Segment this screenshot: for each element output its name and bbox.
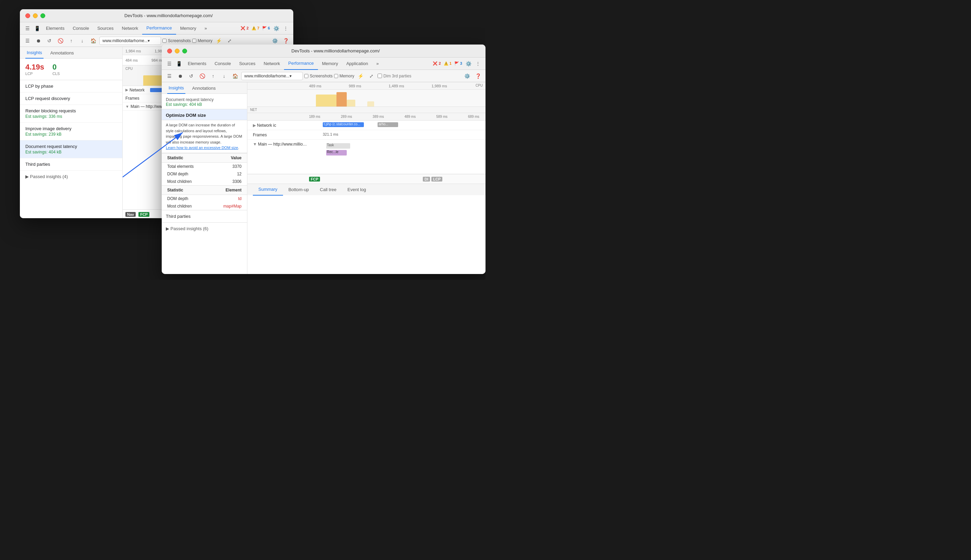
more-btn-1[interactable]: ⋮ — [281, 23, 290, 33]
clear-btn-2[interactable]: 🚫 — [197, 71, 207, 81]
bottom-up-tab-2[interactable]: Bottom-up — [283, 184, 315, 195]
tab-network-2[interactable]: Network — [260, 58, 284, 70]
url-bar-2[interactable]: www.milliondollarhome...▾ — [241, 72, 303, 80]
download-btn-1[interactable]: ↓ — [77, 36, 87, 45]
cpu-chart-2 — [247, 90, 486, 107]
task-bar: Task — [326, 143, 350, 148]
url-bar-1[interactable]: www.milliondollarhome...▾ — [99, 37, 161, 45]
tab-memory-1[interactable]: Memory — [176, 22, 200, 35]
download-btn-2[interactable]: ↓ — [219, 71, 229, 81]
sync-btn-1[interactable]: ⚡ — [214, 36, 224, 45]
minimize-button-2[interactable] — [175, 48, 180, 53]
zoom-btn-2[interactable]: ⤢ — [367, 71, 376, 81]
sync-btn-2[interactable]: ⚡ — [355, 71, 365, 81]
help-btn-2[interactable]: ❓ — [473, 71, 483, 81]
tab-elements-2[interactable]: Elements — [184, 58, 210, 70]
upload-btn-1[interactable]: ↑ — [67, 36, 76, 45]
help-btn-1[interactable]: ❓ — [281, 36, 290, 45]
clear-btn-1[interactable]: 🚫 — [55, 36, 65, 45]
cls-label-1: CLS — [52, 72, 60, 76]
record-btn-2[interactable]: ⏺ — [175, 71, 185, 81]
tab-console-2[interactable]: Console — [210, 58, 235, 70]
error-badge-2: ❌ 2 — [431, 61, 442, 66]
main-track-2: ▼Main — http://www.milliondollarhomepage… — [247, 140, 486, 174]
tab-performance-1[interactable]: Performance — [142, 22, 176, 35]
passed-insights-1[interactable]: ▶ Passed insights (4) — [20, 170, 122, 183]
screenshots-toggle-2[interactable]: Screenshots — [304, 73, 333, 78]
upload-btn-2[interactable]: ↑ — [208, 71, 218, 81]
home-btn-1[interactable]: 🏠 — [88, 36, 98, 45]
settings2-btn-2[interactable]: ⚙️ — [462, 71, 472, 81]
insight-third-parties-1[interactable]: Third parties — [20, 158, 122, 170]
record-btn-1[interactable]: ⏺ — [33, 36, 43, 45]
tab-network-1[interactable]: Network — [118, 22, 142, 35]
devtools-device-btn-2[interactable]: 📱 — [174, 59, 184, 68]
settings2-btn-1[interactable]: ⚙️ — [270, 36, 280, 45]
dim-3rd-parties-toggle[interactable]: Dim 3rd parties — [377, 73, 411, 78]
close-button-1[interactable] — [25, 13, 30, 18]
zoom-btn-1[interactable]: ⤢ — [225, 36, 234, 45]
recle-bar: Rec...le — [326, 150, 347, 155]
devtools-menu-btn-1[interactable]: ☰ — [23, 23, 32, 33]
close-button-2[interactable] — [167, 48, 172, 53]
insight-image-delivery-1[interactable]: Improve image delivery Est savings: 239 … — [20, 123, 122, 140]
perf-toolbar-2: ☰ ⏺ ↺ 🚫 ↑ ↓ 🏠 www.milliondollarhome...▾ … — [162, 70, 486, 82]
annotations-tab-1[interactable]: Annotations — [49, 47, 75, 58]
window-title-1: DevTools - www.milliondollarhomepage.com… — [49, 13, 288, 18]
devtools-menu-btn-2[interactable]: ☰ — [164, 59, 174, 68]
drawer-btn-1[interactable]: ☰ — [23, 36, 32, 45]
reload-btn-1[interactable]: ↺ — [45, 36, 54, 45]
tab-sources-2[interactable]: Sources — [235, 58, 260, 70]
learn-more-link[interactable]: Learn how to avoid an excessive DOM size — [166, 145, 238, 150]
tab-application-2[interactable]: Application — [342, 58, 372, 70]
tab-bar-2: ☰ 📱 Elements Console Sources Network Per… — [162, 58, 486, 70]
tab-memory-2[interactable]: Memory — [318, 58, 342, 70]
summary-tab-2[interactable]: Summary — [253, 184, 283, 195]
memory-toggle-2[interactable]: Memory — [334, 73, 354, 78]
lcp-metric-1: 4.19s LCP — [25, 63, 44, 76]
devtools-window-2: DevTools - www.milliondollarhomepage.com… — [162, 45, 486, 274]
cpu-label: CPU — [475, 83, 483, 87]
tab-more-2[interactable]: » — [372, 58, 383, 70]
table-row: Most children map#Map — [162, 202, 247, 210]
insights-tab-2[interactable]: Insights — [167, 82, 185, 94]
tab-sources-1[interactable]: Sources — [93, 22, 118, 35]
maximize-button-2[interactable] — [182, 48, 187, 53]
tab-more-1[interactable]: » — [200, 22, 211, 35]
screenshots-toggle-1[interactable]: Screenshots — [162, 38, 191, 43]
tab-console-1[interactable]: Console — [68, 22, 93, 35]
metrics-row-1: 4.19s LCP 0 CLS — [20, 58, 122, 80]
drawer-btn-2[interactable]: ☰ — [164, 71, 174, 81]
annotations-tab-2[interactable]: Annotations — [191, 82, 217, 94]
insight-doc-latency-1[interactable]: Document request latency Est savings: 40… — [20, 140, 122, 158]
settings-btn-2[interactable]: ⚙️ — [464, 59, 473, 68]
warning-badge-1: ⚠️ 7 — [250, 26, 261, 31]
insight-lcp-request-1[interactable]: LCP request discovery — [20, 92, 122, 105]
more-btn-2[interactable]: ⋮ — [473, 59, 483, 68]
fcp-marker-1: FCP — [138, 212, 149, 217]
insight-render-blocking-1[interactable]: Render blocking requests Est savings: 33… — [20, 105, 122, 123]
tab-bar-1: ☰ 📱 Elements Console Sources Network Per… — [20, 22, 293, 35]
minimize-button-1[interactable] — [33, 13, 38, 18]
table-row: Total elements 3370 — [162, 162, 247, 170]
tab-performance-2[interactable]: Performance — [284, 58, 318, 70]
warning-badge-2: ⚠️ 1 — [442, 61, 453, 66]
maximize-button-1[interactable] — [40, 13, 45, 18]
memory-toggle-1[interactable]: Memory — [192, 38, 212, 43]
lcp-label-1: LCP — [25, 72, 44, 76]
devtools-device-btn-1[interactable]: 📱 — [32, 23, 42, 33]
dom-stats-table-1: Statistic Value Total elements 3370 DOM … — [162, 153, 247, 185]
passed-insights-2[interactable]: ▶ Passed insights (6) — [162, 223, 247, 235]
settings-btn-1[interactable]: ⚙️ — [271, 23, 281, 33]
call-tree-tab-2b[interactable]: Call tree — [315, 184, 342, 195]
insights-tab-1[interactable]: Insights — [25, 47, 43, 58]
markers-row-2: FCP DI LCP — [247, 174, 486, 183]
tab-elements-1[interactable]: Elements — [42, 22, 68, 35]
home-btn-2[interactable]: 🏠 — [230, 71, 240, 81]
window-title-2: DevTools - www.milliondollarhomepage.com… — [191, 48, 480, 53]
third-parties-item-2[interactable]: Third parties — [162, 210, 247, 223]
reload-btn-2[interactable]: ↺ — [186, 71, 196, 81]
insight-lcp-by-phase-1[interactable]: LCP by phase — [20, 80, 122, 92]
event-log-tab-2b[interactable]: Event log — [342, 184, 371, 195]
traffic-lights-2 — [167, 48, 187, 53]
